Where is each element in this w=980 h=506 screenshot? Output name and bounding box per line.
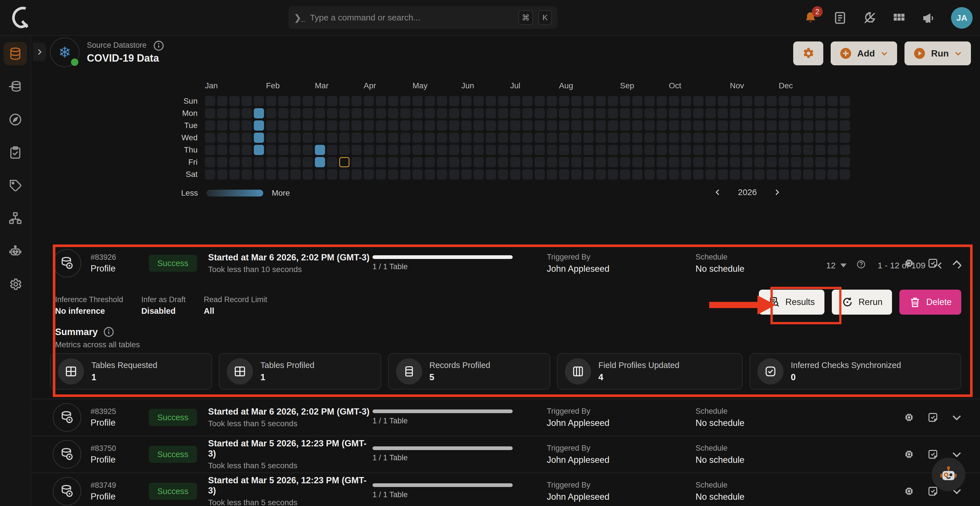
heatmap-cell[interactable] — [327, 108, 337, 118]
heatmap-cell[interactable] — [205, 133, 215, 143]
heatmap-cell[interactable] — [718, 96, 728, 106]
heatmap-cell[interactable] — [461, 157, 471, 167]
heatmap-cell[interactable] — [474, 145, 484, 155]
heatmap-cell[interactable] — [400, 169, 410, 180]
heatmap-cell[interactable] — [522, 120, 533, 130]
heatmap-cell[interactable] — [669, 133, 679, 143]
heatmap-cell[interactable] — [754, 108, 765, 118]
heatmap-cell[interactable] — [290, 169, 301, 180]
heatmap-cell[interactable] — [693, 120, 703, 130]
heatmap-cell[interactable] — [596, 96, 606, 106]
heatmap-cell[interactable] — [669, 96, 679, 106]
heatmap-cell[interactable] — [693, 157, 703, 167]
heatmap-cell[interactable] — [278, 96, 288, 106]
heatmap-cell[interactable] — [559, 157, 569, 167]
heatmap-cell[interactable] — [730, 96, 740, 106]
debug-chip-icon[interactable] — [903, 411, 915, 424]
heatmap-cell[interactable] — [437, 96, 447, 106]
heatmap-cell[interactable] — [803, 120, 813, 130]
heatmap-cell[interactable] — [522, 145, 533, 155]
heatmap-cell[interactable] — [364, 169, 374, 180]
heatmap-cell[interactable] — [474, 108, 484, 118]
heatmap-cell[interactable] — [535, 120, 545, 130]
run-button[interactable]: Run — [905, 41, 971, 65]
heatmap-cell[interactable] — [584, 145, 593, 155]
heatmap-cell[interactable] — [352, 108, 362, 118]
heatmap-cell[interactable] — [632, 96, 643, 106]
heatmap-cell[interactable] — [547, 120, 557, 130]
heatmap-cell[interactable] — [412, 133, 423, 143]
heatmap-cell[interactable] — [705, 133, 716, 143]
heatmap-cell[interactable] — [840, 108, 850, 118]
heatmap-cell[interactable] — [681, 120, 691, 130]
heatmap-cell[interactable] — [803, 133, 813, 143]
heatmap-cell[interactable] — [779, 133, 789, 143]
heatmap-cell[interactable] — [767, 108, 777, 118]
heatmap-cell[interactable] — [681, 157, 691, 167]
heatmap-cell[interactable] — [669, 108, 679, 118]
heatmap-cell[interactable] — [522, 157, 533, 167]
heatmap-cell[interactable] — [657, 108, 667, 118]
collapse-row-icon[interactable] — [950, 257, 963, 269]
heatmap-cell[interactable] — [437, 169, 447, 180]
heatmap-cell[interactable] — [510, 169, 520, 180]
heatmap-cell[interactable] — [437, 108, 447, 118]
heatmap-cell[interactable] — [425, 108, 435, 118]
heatmap-cell[interactable] — [657, 145, 667, 155]
heatmap-cell[interactable] — [767, 120, 777, 130]
heatmap-cell[interactable] — [449, 108, 459, 118]
heatmap-cell[interactable] — [742, 169, 752, 180]
heatmap-cell[interactable] — [632, 157, 643, 167]
heatmap-cell[interactable] — [547, 145, 557, 155]
heatmap-cell[interactable] — [474, 96, 484, 106]
heatmap-cell[interactable] — [779, 96, 789, 106]
heatmap-cell[interactable] — [461, 145, 471, 155]
heatmap-cell[interactable] — [205, 96, 215, 106]
heatmap-cell[interactable] — [596, 169, 606, 180]
heatmap-cell[interactable] — [510, 96, 520, 106]
heatmap-cell-active[interactable] — [254, 145, 264, 155]
heatmap-cell[interactable] — [217, 108, 228, 118]
heatmap-cell[interactable] — [547, 96, 557, 106]
heatmap-cell[interactable] — [278, 157, 288, 167]
heatmap-cell[interactable] — [827, 133, 838, 143]
heatmap-cell[interactable] — [412, 145, 423, 155]
heatmap-cell[interactable] — [803, 96, 813, 106]
heatmap-cell[interactable] — [644, 96, 655, 106]
checks-note-icon[interactable] — [927, 257, 939, 269]
heatmap-cell[interactable] — [498, 96, 508, 106]
heatmap-cell[interactable] — [767, 133, 777, 143]
heatmap-cell[interactable] — [486, 169, 496, 180]
datastore-info-icon[interactable] — [153, 40, 165, 52]
delete-button[interactable]: Delete — [899, 290, 961, 315]
heatmap-cell[interactable] — [364, 145, 374, 155]
heatmap-cell[interactable] — [229, 108, 240, 118]
notifications-bell-icon[interactable]: 2 — [803, 11, 818, 25]
heatmap-cell[interactable] — [840, 133, 850, 143]
heatmap-cell[interactable] — [302, 157, 313, 167]
heatmap-cell[interactable] — [535, 96, 545, 106]
heatmap-cell[interactable] — [412, 120, 423, 130]
heatmap-cell[interactable] — [229, 169, 240, 180]
heatmap-cell[interactable] — [266, 108, 276, 118]
heatmap-cell[interactable] — [657, 157, 667, 167]
heatmap-cell[interactable] — [254, 157, 264, 167]
heatmap-cell-active[interactable] — [315, 157, 325, 167]
heatmap-cell[interactable] — [266, 120, 276, 130]
heatmap-cell[interactable] — [547, 133, 557, 143]
heatmap-cell[interactable] — [657, 96, 667, 106]
heatmap-cell[interactable] — [498, 157, 508, 167]
heatmap-cell[interactable] — [498, 169, 508, 180]
heatmap-cell[interactable] — [791, 157, 801, 167]
sidebar-item-checks[interactable] — [4, 141, 27, 164]
heatmap-cell[interactable] — [290, 120, 301, 130]
heatmap-cell[interactable] — [693, 108, 703, 118]
summary-info-icon[interactable] — [103, 326, 115, 338]
heatmap-cell[interactable] — [242, 169, 252, 180]
heatmap-cell-active[interactable] — [254, 120, 264, 130]
heatmap-cell[interactable] — [584, 108, 593, 118]
heatmap-cell[interactable] — [632, 120, 643, 130]
heatmap-cell[interactable] — [388, 120, 398, 130]
heatmap-cell[interactable] — [657, 169, 667, 180]
heatmap-cell-active[interactable] — [254, 133, 264, 143]
